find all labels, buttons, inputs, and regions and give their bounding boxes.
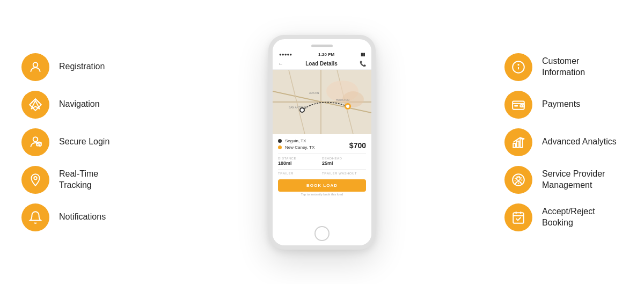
signal-dots: ●●●●● — [279, 52, 292, 57]
feature-registration: Registration — [21, 53, 140, 81]
notifications-icon — [28, 210, 42, 224]
book-subtitle: Tap to instantly book this load — [278, 193, 366, 196]
svg-point-21 — [346, 105, 349, 108]
deadhead-stat: DEADHEAD 25mi — [322, 157, 366, 166]
feature-analytics: Advanced Analytics — [504, 128, 623, 156]
battery-icon: ▮▮ — [361, 52, 365, 57]
navigation-label: Navigation — [59, 99, 100, 110]
main-container: Registration Navigation — [0, 0, 644, 284]
status-bar: ●●●●● 1:20 PM ▮▮ — [273, 50, 371, 58]
secure-login-label: Secure Login — [59, 136, 109, 148]
feature-tracking: Real-Time Tracking — [21, 166, 140, 194]
load-route: Seguin, TX New Caney, TX $700 — [278, 139, 366, 154]
price-tag: $700 — [349, 141, 366, 150]
feature-payments: Payments — [504, 91, 623, 119]
distance-stat: DISTANCE 188mi — [278, 157, 322, 166]
customer-info-icon-circle — [504, 53, 532, 81]
feature-navigation: Navigation — [21, 91, 140, 119]
feature-service-provider: Service Provider Management — [504, 166, 623, 194]
feature-secure-login: Secure Login — [21, 128, 140, 156]
origin-dot — [278, 139, 282, 143]
svg-point-6 — [34, 177, 36, 179]
notifications-label: Notifications — [59, 212, 106, 223]
trailer-stat: TRAILER — [278, 172, 322, 175]
right-feature-list: Customer Information Payments — [504, 53, 623, 231]
feature-accept-reject: Accept/Reject Booking — [504, 203, 623, 231]
svg-rect-31 — [517, 141, 519, 147]
back-icon[interactable]: ← — [278, 61, 283, 67]
phone-nav-bar: ← Load Details 📞 — [273, 58, 371, 70]
accept-reject-label: Accept/Reject Booking — [542, 206, 623, 229]
destination-text: New Caney, TX — [285, 145, 314, 150]
notifications-icon-circle — [21, 203, 49, 231]
distance-value: 188mi — [278, 161, 322, 166]
deadhead-value: 25mi — [322, 161, 366, 166]
analytics-label: Advanced Analytics — [542, 136, 617, 148]
tracking-label: Real-Time Tracking — [59, 169, 98, 191]
trailer-washout-stat: TRAILER WASHOUT — [322, 172, 366, 175]
tracking-icon-circle — [21, 166, 49, 194]
svg-rect-30 — [513, 143, 515, 148]
accept-reject-icon — [511, 210, 525, 224]
accept-reject-icon-circle — [504, 203, 532, 231]
registration-icon-circle — [21, 53, 49, 81]
service-provider-icon-circle — [504, 166, 532, 194]
navigation-icon-circle — [21, 91, 49, 119]
trailer-washout-label: TRAILER WASHOUT — [322, 172, 366, 175]
svg-point-4 — [33, 137, 38, 142]
svg-text:AUSTIN: AUSTIN — [309, 91, 319, 94]
tracking-icon — [28, 173, 42, 187]
map-svg: SAN ANTONIO AUSTIN HOUSTON — [273, 70, 371, 134]
customer-info-icon — [511, 60, 525, 74]
svg-point-29 — [522, 105, 524, 107]
left-feature-list: Registration Navigation — [21, 53, 140, 231]
payments-icon-circle — [504, 91, 532, 119]
origin-text: Seguin, TX — [285, 139, 306, 143]
trailer-label: TRAILER — [278, 172, 322, 175]
phone-mockup: ●●●●● 1:20 PM ▮▮ ← Load Details 📞 — [268, 35, 376, 250]
svg-rect-37 — [513, 213, 524, 223]
load-stats: DISTANCE 188mi DEADHEAD 25mi — [278, 154, 366, 170]
svg-point-35 — [517, 177, 521, 180]
map-area: SAN ANTONIO AUSTIN HOUSTON — [273, 70, 371, 134]
phone-mockup-wrapper: ●●●●● 1:20 PM ▮▮ ← Load Details 📞 — [268, 35, 376, 250]
deadhead-label: DEADHEAD — [322, 157, 366, 160]
registration-icon — [28, 60, 42, 74]
registration-label: Registration — [59, 61, 105, 72]
payments-label: Payments — [542, 99, 580, 110]
phone-home-button[interactable] — [314, 226, 330, 241]
analytics-icon — [511, 135, 525, 149]
svg-point-0 — [33, 62, 38, 67]
feature-customer-info: Customer Information — [504, 53, 623, 81]
book-load-button[interactable]: BOOK LOAD — [278, 179, 366, 192]
navigation-icon — [28, 98, 42, 112]
feature-notifications: Notifications — [21, 203, 140, 231]
load-extras: TRAILER TRAILER WASHOUT — [278, 170, 366, 177]
call-icon[interactable]: 📞 — [360, 61, 366, 67]
distance-label: DISTANCE — [278, 157, 322, 160]
secure-login-icon — [28, 135, 42, 149]
payments-icon — [511, 98, 525, 112]
svg-rect-32 — [520, 139, 522, 147]
phone-screen: ●●●●● 1:20 PM ▮▮ ← Load Details 📞 — [273, 50, 371, 245]
svg-text:HOUSTON: HOUSTON — [336, 98, 349, 101]
svg-point-34 — [513, 174, 524, 186]
svg-point-33 — [523, 137, 524, 139]
svg-point-19 — [301, 108, 304, 112]
screen-title: Load Details — [305, 61, 337, 67]
status-time: 1:20 PM — [318, 52, 334, 57]
secure-login-icon-circle — [21, 128, 49, 156]
analytics-icon-circle — [504, 128, 532, 156]
phone-speaker — [311, 45, 333, 47]
customer-info-label: Customer Information — [542, 56, 623, 78]
service-provider-icon — [511, 173, 525, 187]
destination-dot — [278, 145, 282, 149]
service-provider-label: Service Provider Management — [542, 169, 605, 191]
